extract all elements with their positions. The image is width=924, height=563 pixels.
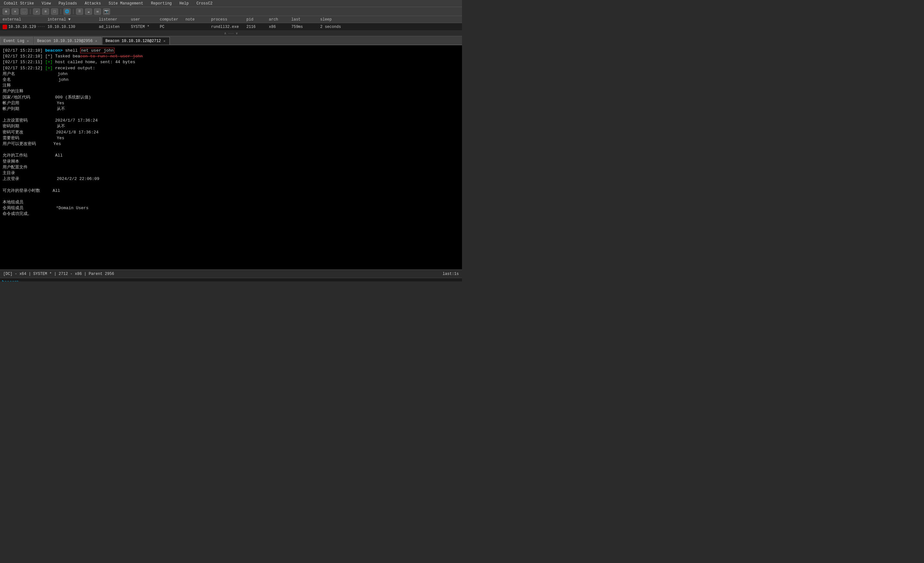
- session-arch: x86: [266, 25, 289, 29]
- session-computer: PC: [157, 25, 183, 29]
- tab-event-log[interactable]: Event Log ✕: [0, 37, 33, 45]
- inputbar: beacon>: [0, 278, 462, 282]
- beacon-icon: [3, 25, 7, 29]
- beacon-dots: ◦◦◦◦: [37, 25, 45, 28]
- session-process: rundll32.exe: [208, 25, 244, 29]
- session-pid: 2116: [244, 25, 266, 29]
- toolbar-btn-window[interactable]: □: [51, 8, 58, 15]
- col-header-note: note: [183, 17, 208, 22]
- session-listener: ad_listen: [96, 25, 128, 29]
- menu-view[interactable]: View: [40, 1, 52, 6]
- menu-help[interactable]: Help: [178, 1, 190, 6]
- scroll-indicator: ∧ ··· ∨: [0, 31, 462, 36]
- toolbar-btn-share[interactable]: ↗: [33, 8, 40, 15]
- menubar: Cobalt Strike View Payloads Attacks Site…: [0, 0, 462, 7]
- session-sleep: 2 seconds: [318, 25, 356, 29]
- toolbar-btn-msg[interactable]: ✉: [94, 8, 101, 15]
- table-row[interactable]: 10.10.10.129 ◦◦◦◦ 10.10.10.130 ad_listen…: [0, 23, 462, 31]
- col-header-sleep: sleep: [318, 17, 356, 22]
- col-header-listener: listener: [96, 17, 128, 22]
- toolbar: ⊕ ✕ 🎧 ↗ ≡ □ 🌐 ⠿ ☁ ✉ 📷: [0, 7, 462, 16]
- session-user: SYSTEM *: [128, 25, 157, 29]
- menu-crossc2[interactable]: CrossC2: [195, 1, 214, 6]
- toolbar-btn-2[interactable]: ✕: [12, 8, 19, 15]
- sessions-table: external internal ▼ listener user comput…: [0, 16, 462, 36]
- toolbar-btn-headphone[interactable]: 🎧: [21, 8, 28, 15]
- session-internal: 10.10.10.130: [45, 25, 96, 29]
- toolbar-btn-dots[interactable]: ⠿: [76, 8, 83, 15]
- toolbar-sep-3: [73, 9, 74, 14]
- menu-reporting[interactable]: Reporting: [150, 1, 173, 6]
- toolbar-btn-list[interactable]: ≡: [42, 8, 49, 15]
- col-header-pid: pid: [244, 17, 266, 22]
- session-external: 10.10.10.129 ◦◦◦◦: [0, 25, 45, 29]
- toolbar-sep-2: [61, 9, 61, 14]
- terminal-wrapper: [02/17 15:22:10] beacon> shell net user …: [0, 45, 462, 282]
- statusbar-right: last:1s: [443, 272, 459, 276]
- col-header-arch: arch: [266, 17, 289, 22]
- statusbar: [DC] - x64 | SYSTEM * | 2712 - x86 | Par…: [0, 270, 462, 278]
- tab-close-beacon-128[interactable]: ✕: [163, 39, 166, 43]
- toolbar-btn-cam[interactable]: 📷: [103, 8, 110, 15]
- col-header-user: user: [128, 17, 157, 22]
- toolbar-btn-1[interactable]: ⊕: [3, 8, 10, 15]
- col-header-process: process: [208, 17, 244, 22]
- menu-payloads[interactable]: Payloads: [57, 1, 78, 6]
- tab-beacon-129[interactable]: Beacon 10.10.10.129@2956 ✕: [34, 37, 101, 45]
- menu-attacks[interactable]: Attacks: [83, 1, 102, 6]
- terminal-content: [02/17 15:22:10] beacon> shell net user …: [3, 48, 459, 217]
- tabs-bar: Event Log ✕ Beacon 10.10.10.129@2956 ✕ B…: [0, 36, 462, 45]
- input-prompt: beacon>: [2, 280, 20, 282]
- col-header-last: last: [289, 17, 318, 22]
- tab-close-beacon-129[interactable]: ✕: [94, 39, 98, 43]
- terminal[interactable]: [02/17 15:22:10] beacon> shell net user …: [0, 45, 462, 270]
- statusbar-left: [DC] - x64 | SYSTEM * | 2712 - x86 | Par…: [3, 272, 114, 276]
- menu-cobalt-strike[interactable]: Cobalt Strike: [3, 1, 35, 6]
- toolbar-btn-cloud[interactable]: ☁: [85, 8, 92, 15]
- col-header-computer: computer: [157, 17, 183, 22]
- sessions-header: external internal ▼ listener user comput…: [0, 16, 462, 23]
- session-last: 759ms: [289, 25, 318, 29]
- col-header-external: external: [0, 17, 45, 22]
- toolbar-sep-1: [30, 9, 30, 14]
- menu-site-management[interactable]: Site Management: [107, 1, 144, 6]
- toolbar-btn-globe[interactable]: 🌐: [63, 8, 70, 15]
- col-header-internal[interactable]: internal ▼: [45, 17, 96, 22]
- tab-beacon-128[interactable]: Beacon 10.10.10.128@2712 ✕: [102, 37, 170, 45]
- command-input[interactable]: [21, 280, 460, 282]
- tab-close-event-log[interactable]: ✕: [26, 39, 30, 43]
